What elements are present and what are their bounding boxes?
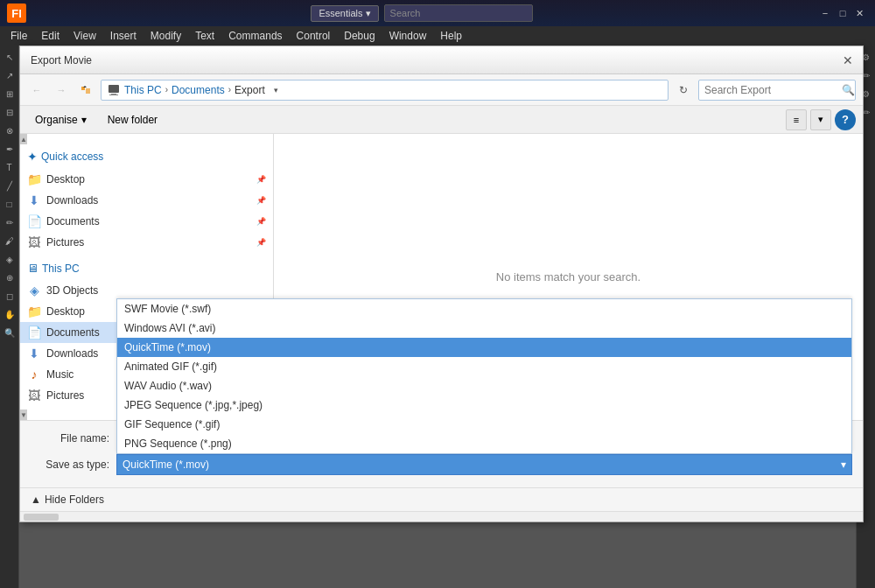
- menu-view[interactable]: View: [66, 26, 103, 46]
- sidebar-item-documents-quick[interactable]: 📄 Documents 📌: [20, 211, 273, 232]
- dropdown-item-gif-seq[interactable]: GIF Sequence (*.gif): [117, 415, 851, 434]
- organise-button[interactable]: Organise ▾: [27, 109, 94, 130]
- tool-lasso[interactable]: ⊗: [2, 122, 18, 138]
- quick-access-section: 📁 Desktop 📌 ⬇ Downloads 📌 📄: [20, 165, 273, 256]
- breadcrumb-documents[interactable]: Documents: [172, 84, 225, 96]
- dropdown-item-quicktime[interactable]: QuickTime (*.mov): [117, 338, 851, 357]
- pin-icon: 📌: [256, 195, 266, 206]
- sidebar-item-desktop-quick[interactable]: 📁 Desktop 📌: [20, 169, 273, 190]
- dropdown-item-swf[interactable]: SWF Movie (*.swf): [117, 299, 851, 318]
- save-type-row: Save as type: SWF Movie (*.swf) Windows …: [31, 454, 852, 475]
- dialog-title: Export Movie: [31, 54, 92, 66]
- tool-pencil[interactable]: ✏: [2, 214, 18, 230]
- menu-file[interactable]: File: [4, 26, 34, 46]
- title-bar-center: Essentials ▾ Search: [311, 4, 532, 22]
- scroll-down-button[interactable]: ▼: [20, 410, 27, 420]
- dropdown-item-png-seq[interactable]: PNG Sequence (*.png): [117, 434, 851, 453]
- toolbar-right: ≡ ▾ ?: [786, 109, 856, 130]
- up-button[interactable]: [76, 80, 95, 100]
- tool-brush[interactable]: 🖌: [2, 233, 18, 248]
- sidebar-item-label: 3D Objects: [46, 284, 266, 297]
- save-type-dropdown-container: SWF Movie (*.swf) Windows AVI (*.avi) Qu…: [116, 454, 852, 475]
- sidebar-item-label: Documents: [46, 215, 250, 228]
- menu-insert[interactable]: Insert: [103, 26, 144, 46]
- menu-bar: File Edit View Insert Modify Text Comman…: [0, 26, 875, 46]
- menu-commands[interactable]: Commands: [221, 26, 289, 46]
- search-export-box: 🔍: [698, 80, 856, 101]
- hide-folders-icon: ▲: [31, 494, 41, 506]
- download-icon: ⬇: [27, 346, 41, 360]
- sidebar-item-pictures-quick[interactable]: 🖼 Pictures 📌: [20, 232, 273, 253]
- main-container: ↖ ↗ ⊞ ⊟ ⊗ ✒ T ╱ □ ✏ 🖌 ◈ ⊕ ◻ ✋ 🔍 Export M…: [0, 46, 875, 588]
- search-export-icon[interactable]: 🔍: [841, 80, 855, 100]
- view-button[interactable]: ≡: [786, 109, 807, 130]
- minimize-button[interactable]: −: [817, 5, 833, 21]
- toolbar: Organise ▾ New folder ≡ ▾ ?: [20, 106, 863, 134]
- menu-modify[interactable]: Modify: [144, 26, 188, 46]
- menu-debug[interactable]: Debug: [337, 26, 382, 46]
- tool-hand[interactable]: ✋: [2, 306, 18, 322]
- back-button[interactable]: ←: [27, 80, 46, 100]
- help-button[interactable]: ?: [835, 109, 856, 130]
- menu-text[interactable]: Text: [188, 26, 221, 46]
- tool-line[interactable]: ╱: [2, 178, 18, 193]
- no-items-message: No items match your search.: [496, 270, 640, 284]
- title-bar: Fl Essentials ▾ Search − □ ✕: [0, 0, 875, 26]
- breadcrumb-this-pc[interactable]: This PC: [124, 84, 162, 96]
- tool-rect[interactable]: □: [2, 196, 18, 212]
- pin-icon: 📌: [256, 216, 266, 227]
- breadcrumb-dropdown-button[interactable]: ▾: [269, 80, 284, 100]
- breadcrumb-bar: This PC › Documents › Export ▾: [101, 80, 668, 101]
- menu-window[interactable]: Window: [382, 26, 434, 46]
- view-dropdown-button[interactable]: ▾: [810, 109, 831, 130]
- refresh-button[interactable]: ↻: [674, 80, 693, 100]
- search-export-input[interactable]: [699, 84, 841, 96]
- hide-folders-button[interactable]: ▲ Hide Folders: [31, 494, 104, 506]
- tool-eraser[interactable]: ◻: [2, 288, 18, 304]
- workspace-select[interactable]: Essentials ▾: [311, 5, 378, 22]
- app-logo: Fl: [7, 4, 26, 23]
- menu-help[interactable]: Help: [433, 26, 469, 46]
- close-button[interactable]: ✕: [852, 5, 868, 21]
- sidebar-item-label: Pictures: [46, 236, 250, 248]
- breadcrumb-export: Export: [234, 84, 265, 96]
- forward-button[interactable]: →: [52, 80, 71, 100]
- scroll-thumb[interactable]: [24, 514, 59, 521]
- menu-control[interactable]: Control: [290, 26, 338, 46]
- tool-3d[interactable]: ⊟: [2, 104, 18, 120]
- dropdown-item-avi[interactable]: Windows AVI (*.avi): [117, 318, 851, 338]
- new-folder-button[interactable]: New folder: [100, 109, 165, 130]
- music-icon: ♪: [27, 368, 41, 382]
- dropdown-item-gif[interactable]: Animated GIF (*.gif): [117, 357, 851, 376]
- bottom-bar: File name: Save as type: SWF Movie (*.sw…: [20, 420, 863, 487]
- quick-access-header[interactable]: ✦ Quick access: [20, 144, 273, 165]
- tool-arrow[interactable]: ↖: [2, 49, 18, 65]
- tool-subselect[interactable]: ↗: [2, 67, 18, 83]
- title-search-box: Search: [384, 4, 533, 22]
- sidebar-item-label: Downloads: [46, 194, 250, 206]
- maximize-button[interactable]: □: [835, 5, 850, 21]
- tool-zoom[interactable]: 🔍: [2, 325, 18, 340]
- filename-label: File name:: [31, 432, 109, 444]
- sidebar-item-downloads-quick[interactable]: ⬇ Downloads 📌: [20, 190, 273, 211]
- svg-rect-3: [108, 85, 119, 93]
- tool-text[interactable]: T: [2, 159, 18, 175]
- save-type-dropdown-list[interactable]: SWF Movie (*.swf) Windows AVI (*.avi) Qu…: [116, 298, 852, 454]
- this-pc-header[interactable]: 🖥 This PC: [20, 256, 273, 276]
- dialog-title-bar: Export Movie ✕: [20, 46, 863, 74]
- tool-pen[interactable]: ✒: [2, 141, 18, 157]
- tool-transform[interactable]: ⊞: [2, 86, 18, 102]
- menu-edit[interactable]: Edit: [34, 26, 66, 46]
- tool-fill[interactable]: ◈: [2, 251, 18, 267]
- up-icon: [80, 85, 91, 95]
- tool-eyedrop[interactable]: ⊕: [2, 270, 18, 285]
- save-type-select[interactable]: QuickTime (*.mov) ▾: [116, 454, 852, 475]
- dropdown-item-jpeg-seq[interactable]: JPEG Sequence (*.jpg,*.jpeg): [117, 396, 851, 415]
- dialog-close-button[interactable]: ✕: [840, 52, 856, 68]
- hide-folders-bar: ▲ Hide Folders: [20, 487, 863, 511]
- computer-icon: [107, 83, 121, 97]
- horizontal-scrollbar[interactable]: [20, 511, 863, 522]
- scroll-up-button[interactable]: ▲: [20, 134, 27, 144]
- dropdown-item-wav[interactable]: WAV Audio (*.wav): [117, 376, 851, 396]
- svg-rect-1: [86, 88, 90, 94]
